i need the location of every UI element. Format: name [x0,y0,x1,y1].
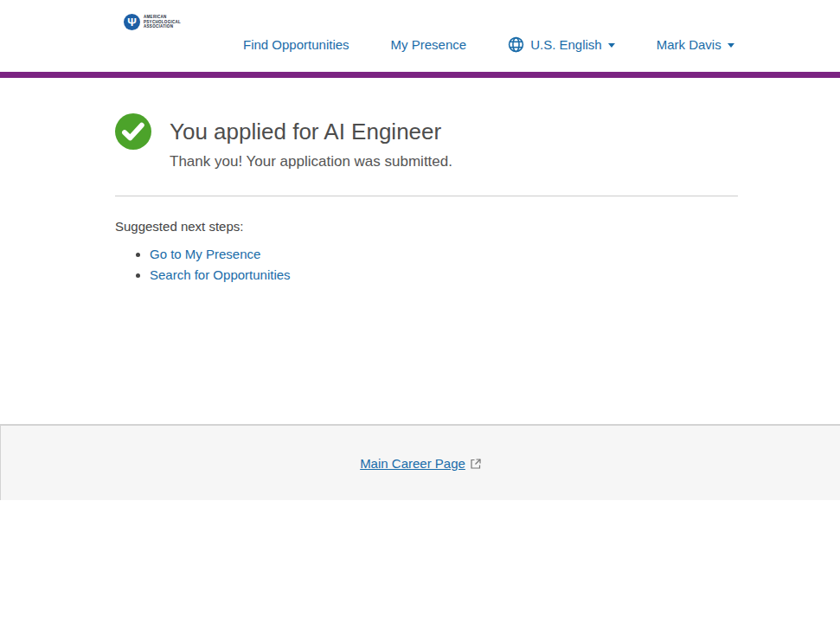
page-title: You applied for AI Engineer [170,119,452,145]
main-career-page-label: Main Career Page [360,456,465,471]
next-steps-label: Suggested next steps: [115,219,738,234]
page-subtitle: Thank you! Your application was submitte… [170,153,452,170]
user-menu-label: Mark Davis [657,37,721,52]
chevron-down-icon [608,43,615,48]
confirmation-text: You applied for AI Engineer Thank you! Y… [170,113,452,170]
language-selector[interactable]: U.S. English [508,36,615,53]
search-for-opportunities-link[interactable]: Search for Opportunities [150,267,291,282]
success-check-icon [115,113,151,150]
footer: Main Career Page [0,424,840,500]
confirmation-banner: You applied for AI Engineer Thank you! Y… [115,113,738,170]
logo-line-3: ASSOCIATION [144,24,181,29]
list-item: Go to My Presence [150,247,738,261]
header: Ψ AMERICAN PSYCHOLOGICAL ASSOCIATION Fin… [0,0,840,72]
apa-logo[interactable]: Ψ AMERICAN PSYCHOLOGICAL ASSOCIATION [124,14,181,30]
next-steps-list: Go to My Presence Search for Opportuniti… [115,247,738,282]
main-content: You applied for AI Engineer Thank you! Y… [115,113,738,282]
nav-my-presence[interactable]: My Presence [391,37,467,52]
language-selector-label: U.S. English [530,37,602,52]
external-link-icon [471,459,481,469]
top-navigation: Find Opportunities My Presence U.S. Engl… [243,17,734,72]
apa-logo-text: AMERICAN PSYCHOLOGICAL ASSOCIATION [144,15,181,29]
list-item: Search for Opportunities [150,267,738,282]
chevron-down-icon [728,43,734,48]
section-divider [115,196,738,196]
main-career-page-link[interactable]: Main Career Page [360,456,481,471]
brand-accent-bar [0,72,840,78]
nav-find-opportunities[interactable]: Find Opportunities [243,37,349,52]
globe-icon [508,36,524,53]
user-menu[interactable]: Mark Davis [657,37,734,52]
go-to-my-presence-link[interactable]: Go to My Presence [150,247,260,261]
apa-psi-icon: Ψ [124,14,140,30]
